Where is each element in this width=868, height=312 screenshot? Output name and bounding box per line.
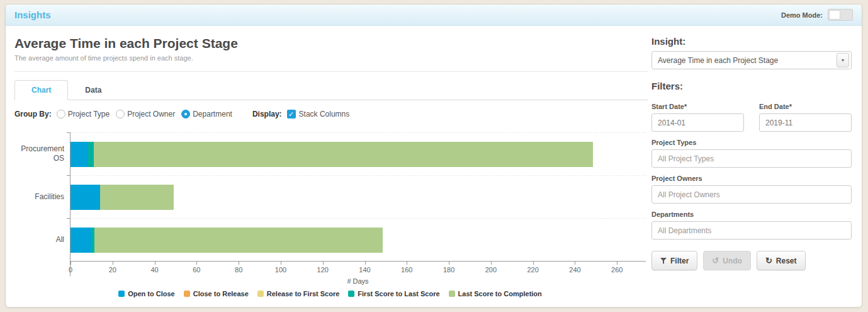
bar-segment <box>70 142 87 167</box>
toggle-knob-icon <box>829 10 840 20</box>
legend-item-close-to-release[interactable]: Close to Release <box>184 290 249 298</box>
bar-segment <box>100 185 174 210</box>
bar-segment <box>87 142 94 167</box>
insight-title: Average Time in each Project Stage <box>14 36 648 51</box>
legend-label: First Score to Last Score <box>358 290 439 298</box>
axis-tick-label: 80 <box>235 266 242 274</box>
legend-swatch-icon <box>184 291 190 297</box>
x-axis-title: # Days <box>70 277 646 285</box>
bar-segment <box>94 142 593 167</box>
start-date-label: Start Date* <box>651 103 744 110</box>
axis-tick <box>281 262 281 265</box>
axis-tick <box>323 262 324 265</box>
axis-tick <box>449 262 449 265</box>
filter-button[interactable]: Filter <box>651 251 697 270</box>
bar-segment <box>70 185 100 210</box>
legend-swatch-icon <box>118 291 125 297</box>
end-date-input[interactable] <box>759 113 852 132</box>
axis-tick-label: 220 <box>527 266 538 274</box>
legend-item-first-score-to-last-score[interactable]: First Score to Last Score <box>348 290 439 298</box>
stacked-bar-chart: Procurement OSFacilitiesAll 020406080100… <box>14 132 646 298</box>
legend-item-last-score-to-completion[interactable]: Last Score to Completion <box>449 290 542 298</box>
axis-tick-label: 120 <box>317 266 329 274</box>
sidebar: Insight: Average Time in each Project St… <box>651 30 852 270</box>
group-by-radio-project-type[interactable]: Project Type <box>57 110 110 118</box>
axis-tick <box>575 262 575 265</box>
insight-select-value: Average Time in each Project Stage <box>658 56 837 65</box>
chart-controls: Group By: Project TypeProject OwnerDepar… <box>14 110 648 118</box>
stack-columns-checkbox[interactable]: ✓ <box>287 110 296 118</box>
tab-chart[interactable]: Chart <box>14 80 68 100</box>
bar-segment <box>70 228 91 253</box>
stack-columns-label: Stack Columns <box>299 110 350 118</box>
end-date-label: End Date* <box>759 103 852 110</box>
start-date-input[interactable] <box>651 113 744 132</box>
group-by-label: Group By: <box>14 110 52 118</box>
axis-tick-label: 160 <box>401 266 412 274</box>
axis-tick-label: 60 <box>193 266 200 274</box>
radio-label: Department <box>193 110 232 118</box>
project-owners-label: Project Owners <box>651 175 852 182</box>
axis-tick-label: 40 <box>150 266 158 274</box>
axis-tick <box>617 262 617 265</box>
legend-label: Last Score to Completion <box>458 290 542 298</box>
axis-tick <box>70 262 71 265</box>
axis-tick <box>407 262 407 265</box>
undo-button[interactable]: ↺ Undo <box>703 251 751 270</box>
radio-icon <box>57 110 65 118</box>
demo-mode-toggle[interactable] <box>828 9 853 21</box>
plot-area: 020406080100120140160180200220240260 <box>70 132 646 276</box>
page-header: Insights Demo Mode: <box>6 4 862 26</box>
legend-swatch-icon <box>348 291 354 297</box>
departments-input[interactable] <box>651 221 852 240</box>
chart-bar-row <box>70 132 646 175</box>
page-title: Insights <box>14 9 51 20</box>
reset-icon: ↻ <box>765 257 772 265</box>
group-by-radio-department[interactable]: Department <box>181 110 232 118</box>
axis-tick-label: 100 <box>275 266 286 274</box>
demo-mode-label: Demo Mode: <box>781 11 823 19</box>
axis-tick <box>533 262 534 265</box>
legend-label: Open to Close <box>128 290 175 298</box>
chart-bar-row <box>70 175 646 218</box>
legend-swatch-icon <box>449 291 455 297</box>
insight-subtitle: The average amount of time projects spen… <box>14 54 648 62</box>
category-label: Procurement OS <box>14 132 70 175</box>
display-label: Display: <box>252 110 282 118</box>
axis-tick <box>155 262 155 265</box>
stacked-bar <box>70 142 593 167</box>
axis-tick-label: 260 <box>611 266 623 274</box>
category-label: All <box>14 218 70 261</box>
legend-label: Close to Release <box>193 290 249 298</box>
chart-legend: Open to CloseClose to ReleaseRelease to … <box>14 290 646 298</box>
tab-data[interactable]: Data <box>68 80 118 100</box>
group-by-radio-group: Project TypeProject OwnerDepartment <box>57 110 239 118</box>
y-axis-labels: Procurement OSFacilitiesAll <box>14 132 70 276</box>
project-owners-input[interactable] <box>651 185 852 204</box>
axis-tick <box>113 262 113 265</box>
radio-icon <box>181 110 190 118</box>
axis-tick <box>196 262 197 265</box>
departments-label: Departments <box>651 211 852 218</box>
project-types-input[interactable] <box>651 149 852 168</box>
tab-bar: Chart Data <box>14 80 648 100</box>
group-by-radio-project-owner[interactable]: Project Owner <box>116 110 175 118</box>
category-label: Facilities <box>14 175 70 218</box>
insights-panel: Insights Demo Mode: Average Time in each… <box>5 4 862 308</box>
axis-tick-label: 20 <box>109 266 116 274</box>
undo-icon: ↺ <box>712 257 719 265</box>
stacked-bar <box>70 185 174 210</box>
project-types-label: Project Types <box>651 139 852 146</box>
insight-select[interactable]: Average Time in each Project Stage ▼ <box>651 51 852 69</box>
legend-swatch-icon <box>257 291 264 297</box>
select-dropdown-button[interactable]: ▼ <box>837 53 849 67</box>
reset-button[interactable]: ↻ Reset <box>757 251 806 270</box>
axis-tick-label: 140 <box>359 266 370 274</box>
main-content: Average Time in each Project Stage The a… <box>14 30 648 298</box>
filters-heading: Filters: <box>651 81 852 91</box>
funnel-icon <box>660 258 667 264</box>
axis-tick <box>365 262 366 265</box>
legend-label: Release to First Score <box>267 290 340 298</box>
legend-item-open-to-close[interactable]: Open to Close <box>118 290 175 298</box>
legend-item-release-to-first-score[interactable]: Release to First Score <box>257 290 340 298</box>
